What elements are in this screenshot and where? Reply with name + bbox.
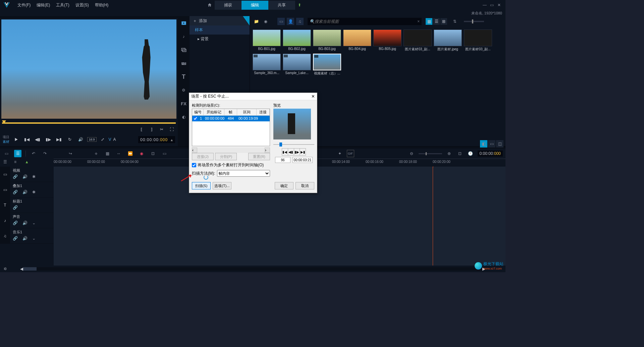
dialog-close-icon[interactable]: ✕: [311, 94, 315, 99]
preview-tc-input[interactable]: [292, 157, 313, 163]
upload-icon[interactable]: ⬆: [298, 3, 301, 7]
volume-icon[interactable]: 🔊: [76, 135, 85, 143]
timeline-mode-icon[interactable]: ☰: [14, 150, 21, 157]
panel-btn2-icon[interactable]: ▭: [488, 140, 495, 148]
panel-grip[interactable]: [0, 16, 178, 18]
link-icon[interactable]: 🔗: [13, 190, 18, 194]
view-large-icon[interactable]: ▦: [426, 18, 432, 25]
play-icon[interactable]: [12, 135, 20, 143]
join-button[interactable]: 连接(J): [192, 153, 214, 160]
link-icon[interactable]: 🔗: [13, 236, 18, 241]
dialog-titlebar[interactable]: 场景 - 按 ESC 中止... ✕: [189, 93, 317, 100]
resize-icon[interactable]: ⤢: [99, 135, 107, 143]
clock-icon[interactable]: 🕐: [467, 150, 474, 157]
undo-icon[interactable]: ↶: [30, 150, 37, 157]
scan-button[interactable]: 扫描(S): [192, 182, 211, 189]
col-frames[interactable]: 帧: [224, 109, 237, 115]
aspect-ratio[interactable]: 16:9: [87, 137, 97, 142]
goto-start-icon[interactable]: ▮◀: [23, 135, 31, 143]
options-button[interactable]: 选项(T)...: [213, 182, 231, 189]
scan-method-select[interactable]: 帧内容: [217, 170, 270, 177]
menu-settings[interactable]: 设置(S): [75, 2, 89, 8]
video-track-icon[interactable]: ▭: [0, 167, 10, 182]
mute-icon[interactable]: 🔊: [22, 221, 28, 225]
cancel-button[interactable]: 取消: [296, 182, 314, 189]
subtitle-icon[interactable]: AB: [180, 60, 187, 67]
motion-tool-icon[interactable]: ✦: [336, 150, 343, 157]
maximize-icon[interactable]: ▭: [490, 3, 495, 7]
link-icon[interactable]: 🔗: [13, 221, 18, 225]
menu-help[interactable]: 帮助(H): [95, 2, 109, 8]
fit-icon[interactable]: ⊡: [456, 150, 464, 157]
add-track-icon[interactable]: ▲: [25, 160, 31, 166]
link-icon[interactable]: 🔗: [13, 205, 18, 210]
import-icon[interactable]: 📁: [253, 18, 260, 25]
fx-lock-icon[interactable]: ✱: [32, 190, 36, 194]
tab-edit[interactable]: 编辑: [241, 1, 268, 10]
scroll-config-icon[interactable]: ⛭: [3, 267, 7, 271]
trim-icon[interactable]: ▭: [161, 150, 168, 157]
tab-share[interactable]: 共享: [268, 1, 295, 10]
timeline-timecode[interactable]: 0:00:00:000: [478, 151, 503, 157]
thumb-item[interactable]: Sample_360.m...: [253, 54, 281, 76]
expand-icon[interactable]: ⌄: [32, 221, 36, 225]
dialog-preview-scrubber[interactable]: [273, 141, 314, 147]
prev-start-icon[interactable]: ▮◀: [282, 149, 288, 155]
timeline-hscroll[interactable]: ⛭ ◀ ▶: [0, 266, 505, 272]
redo2-icon[interactable]: ↪: [67, 150, 74, 157]
playhead[interactable]: [433, 167, 433, 266]
redo-icon[interactable]: ↷: [41, 150, 49, 157]
mute-icon[interactable]: 🔊: [22, 174, 28, 179]
preview-frame-input[interactable]: [275, 157, 290, 163]
storyboard-icon[interactable]: ▭: [3, 150, 10, 157]
media-icon[interactable]: [180, 19, 187, 27]
preview-scrubber[interactable]: [2, 121, 176, 125]
tab-capture[interactable]: 捕获: [215, 1, 241, 10]
prev-end-icon[interactable]: ▶▮: [300, 149, 306, 155]
sound-track-icon[interactable]: ♪: [0, 213, 10, 228]
menu-tools[interactable]: 工具(T): [56, 2, 69, 8]
source-project-label[interactable]: 项目: [3, 135, 9, 139]
expand-icon[interactable]: ⛶: [168, 125, 176, 133]
search-input[interactable]: 🔍 ×: [308, 18, 422, 25]
scene-row[interactable]: 1 00:00:00:00 484 00:00:19:09: [192, 116, 270, 121]
record-icon[interactable]: ◉: [262, 18, 269, 25]
panel-btn3-icon[interactable]: ◫: [496, 140, 503, 148]
settings-icon[interactable]: ⚙: [180, 86, 187, 94]
source-material-label[interactable]: 素材: [3, 139, 9, 144]
filter-audio-icon[interactable]: ♫: [296, 18, 304, 25]
col-join[interactable]: 连接: [257, 109, 270, 115]
split-button[interactable]: 分割(P): [215, 153, 237, 160]
title-track-icon[interactable]: T: [0, 197, 10, 213]
table-hscroll[interactable]: ‹›: [192, 148, 270, 153]
gif-icon[interactable]: GIF: [347, 150, 354, 157]
thumb-item[interactable]: 图片素材03_副...: [464, 30, 492, 52]
tree-sample[interactable]: 样本: [190, 25, 250, 35]
stretch-icon[interactable]: ↔: [115, 150, 122, 157]
home-icon[interactable]: [205, 1, 215, 9]
minimize-icon[interactable]: —: [483, 3, 487, 7]
thumb-item[interactable]: BG-B05.jpg: [373, 30, 401, 52]
clear-search-icon[interactable]: ×: [417, 19, 420, 24]
goto-end-icon[interactable]: ▶▮: [55, 135, 63, 143]
view-small-icon[interactable]: ⊞: [440, 18, 447, 25]
reset-button[interactable]: 重置(R): [248, 153, 270, 160]
thumb-item[interactable]: 图片素材03_副...: [404, 30, 432, 52]
menu-file[interactable]: 文件(F): [17, 2, 31, 8]
open-timeline-checkbox[interactable]: 将场景作为多个素材打开到时间轴(O): [192, 162, 270, 168]
ok-button[interactable]: 确定: [275, 182, 293, 189]
thumb-item[interactable]: Sample_Lake...: [283, 54, 311, 76]
v-toggle[interactable]: V: [109, 137, 111, 142]
gauge-icon[interactable]: ◐: [180, 113, 187, 121]
mute-icon[interactable]: 🔊: [22, 190, 28, 194]
menu-edit[interactable]: 编辑(E): [37, 2, 50, 8]
thumb-item[interactable]: BG-B03.jpg: [313, 30, 341, 52]
col-number[interactable]: 编号: [192, 109, 204, 115]
mark-in-icon[interactable]: ⟦: [138, 125, 146, 133]
scene-checkbox[interactable]: [193, 116, 198, 121]
sort-icon[interactable]: ⇅: [451, 18, 459, 25]
loop-icon[interactable]: ↻: [66, 135, 74, 143]
panel-btn1-icon[interactable]: ◧: [480, 140, 487, 148]
view-list-icon[interactable]: ☰: [433, 18, 440, 25]
expand-icon[interactable]: ⌄: [32, 236, 36, 241]
